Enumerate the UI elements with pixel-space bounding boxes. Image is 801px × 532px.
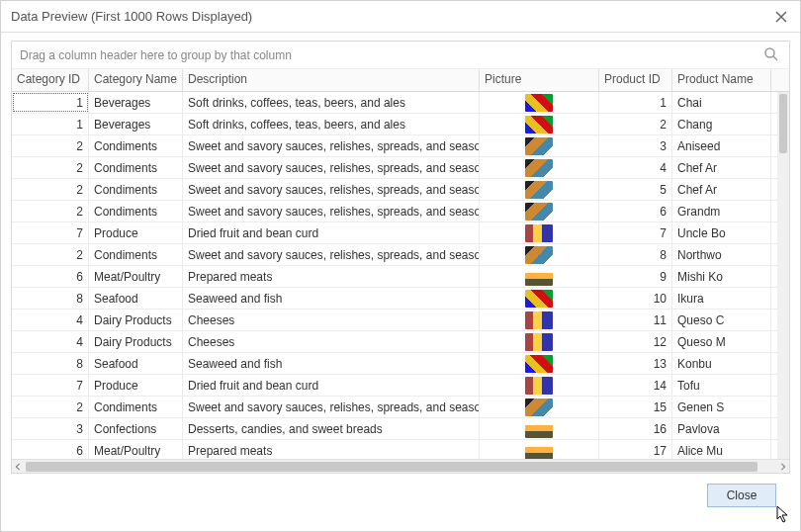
cell-product-name[interactable]: Northwo [672, 244, 771, 265]
cell-product-id[interactable]: 14 [599, 375, 672, 396]
cell-product-name[interactable]: Aniseed [672, 135, 771, 156]
cell-category-id[interactable]: 2 [12, 397, 89, 417]
cell-description[interactable]: Seaweed and fish [183, 353, 480, 374]
cell-category-id[interactable]: 4 [12, 331, 89, 352]
cell-product-id[interactable]: 11 [599, 310, 672, 330]
cell-category-id[interactable]: 2 [12, 135, 89, 156]
cell-category-id[interactable]: 8 [12, 353, 89, 374]
cell-product-id[interactable]: 16 [599, 418, 672, 439]
cell-product-name[interactable]: Tofu [672, 375, 771, 396]
cell-product-name[interactable]: Konbu [672, 353, 771, 374]
cell-category-id[interactable]: 7 [12, 222, 89, 243]
cell-picture[interactable] [480, 397, 599, 417]
cell-description[interactable]: Sweet and savory sauces, relishes, sprea… [183, 157, 480, 178]
cell-category-id[interactable]: 3 [12, 418, 89, 439]
cell-category-name[interactable]: Meat/Poultry [89, 440, 183, 459]
cell-category-name[interactable]: Condiments [89, 244, 183, 265]
cell-product-name[interactable]: Queso M [672, 331, 771, 352]
cell-category-name[interactable]: Seafood [89, 288, 183, 309]
horizontal-scrollbar-thumb[interactable] [26, 462, 757, 472]
search-icon[interactable] [763, 46, 781, 64]
cell-category-id[interactable]: 6 [12, 440, 89, 459]
vertical-scrollbar-thumb[interactable] [779, 94, 787, 153]
table-row[interactable]: 6Meat/PoultryPrepared meats9Mishi Ko [12, 266, 789, 288]
cell-picture[interactable] [480, 222, 599, 243]
cell-picture[interactable] [480, 135, 599, 156]
cell-description[interactable]: Prepared meats [183, 266, 480, 287]
cell-category-id[interactable]: 2 [12, 201, 89, 222]
cell-picture[interactable] [480, 310, 599, 330]
cell-product-id[interactable]: 8 [599, 244, 672, 265]
horizontal-scrollbar[interactable] [12, 459, 789, 473]
cell-description[interactable]: Sweet and savory sauces, relishes, sprea… [183, 244, 480, 265]
cell-category-name[interactable]: Beverages [89, 92, 183, 113]
scroll-left-icon[interactable] [12, 461, 24, 473]
cell-category-id[interactable]: 7 [12, 375, 89, 396]
table-row[interactable]: 2CondimentsSweet and savory sauces, reli… [12, 157, 789, 179]
table-row[interactable]: 6Meat/PoultryPrepared meats17Alice Mu [12, 440, 789, 459]
table-row[interactable]: 2CondimentsSweet and savory sauces, reli… [12, 201, 789, 222]
cell-picture[interactable] [480, 288, 599, 309]
table-row[interactable]: 2CondimentsSweet and savory sauces, reli… [12, 179, 789, 201]
cell-product-id[interactable]: 4 [599, 157, 672, 178]
cell-category-name[interactable]: Confections [89, 418, 183, 439]
cell-product-name[interactable]: Queso C [672, 310, 771, 330]
cell-product-id[interactable]: 17 [599, 440, 672, 459]
cell-description[interactable]: Sweet and savory sauces, relishes, sprea… [183, 201, 480, 222]
table-row[interactable]: 7ProduceDried fruit and bean curd7Uncle … [12, 222, 789, 244]
cell-product-id[interactable]: 12 [599, 331, 672, 352]
cell-description[interactable]: Soft drinks, coffees, teas, beers, and a… [183, 92, 480, 113]
cell-category-name[interactable]: Dairy Products [89, 310, 183, 330]
vertical-scrollbar[interactable] [777, 92, 789, 459]
cell-product-name[interactable]: Uncle Bo [672, 222, 771, 243]
cell-product-id[interactable]: 15 [599, 397, 672, 417]
scroll-right-icon[interactable] [777, 461, 789, 473]
cell-category-id[interactable]: 2 [12, 244, 89, 265]
column-header-picture[interactable]: Picture [480, 69, 599, 91]
cell-product-name[interactable]: Mishi Ko [672, 266, 771, 287]
column-header-product-name[interactable]: Product Name [672, 69, 771, 91]
cell-product-id[interactable]: 1 [599, 92, 672, 113]
table-row[interactable]: 4Dairy ProductsCheeses12Queso M [12, 331, 789, 353]
table-row[interactable]: 7ProduceDried fruit and bean curd14Tofu [12, 375, 789, 397]
table-row[interactable]: 2CondimentsSweet and savory sauces, reli… [12, 397, 789, 418]
cell-picture[interactable] [480, 244, 599, 265]
cell-picture[interactable] [480, 353, 599, 374]
table-row[interactable]: 2CondimentsSweet and savory sauces, reli… [12, 135, 789, 157]
table-row[interactable]: 1BeveragesSoft drinks, coffees, teas, be… [12, 92, 789, 114]
group-panel[interactable]: Drag a column header here to group by th… [12, 42, 789, 69]
column-header-category-name[interactable]: Category Name [89, 69, 183, 91]
cell-product-name[interactable]: Chai [672, 92, 771, 113]
cell-product-id[interactable]: 10 [599, 288, 672, 309]
cell-category-id[interactable]: 2 [12, 157, 89, 178]
cell-product-name[interactable]: Grandm [672, 201, 771, 222]
close-icon[interactable] [772, 8, 790, 26]
cell-category-name[interactable]: Condiments [89, 135, 183, 156]
cell-category-name[interactable]: Beverages [89, 114, 183, 134]
cell-product-id[interactable]: 2 [599, 114, 672, 134]
cell-picture[interactable] [480, 92, 599, 113]
cell-picture[interactable] [480, 440, 599, 459]
cell-category-id[interactable]: 4 [12, 310, 89, 330]
cell-category-id[interactable]: 1 [12, 92, 89, 113]
close-button[interactable]: Close [707, 484, 776, 507]
cell-description[interactable]: Sweet and savory sauces, relishes, sprea… [183, 397, 480, 417]
cell-picture[interactable] [480, 418, 599, 439]
cell-description[interactable]: Seaweed and fish [183, 288, 480, 309]
cell-category-name[interactable]: Dairy Products [89, 331, 183, 352]
cell-product-id[interactable]: 9 [599, 266, 672, 287]
cell-description[interactable]: Desserts, candies, and sweet breads [183, 418, 480, 439]
table-row[interactable]: 2CondimentsSweet and savory sauces, reli… [12, 244, 789, 266]
cell-description[interactable]: Soft drinks, coffees, teas, beers, and a… [183, 114, 480, 134]
cell-description[interactable]: Prepared meats [183, 440, 480, 459]
cell-product-name[interactable]: Genen S [672, 397, 771, 417]
cell-description[interactable]: Sweet and savory sauces, relishes, sprea… [183, 179, 480, 200]
table-row[interactable]: 8SeafoodSeaweed and fish10Ikura [12, 288, 789, 310]
table-row[interactable]: 4Dairy ProductsCheeses11Queso C [12, 310, 789, 331]
cell-description[interactable]: Dried fruit and bean curd [183, 222, 480, 243]
cell-category-name[interactable]: Condiments [89, 157, 183, 178]
cell-category-name[interactable]: Produce [89, 375, 183, 396]
cell-category-id[interactable]: 2 [12, 179, 89, 200]
column-header-product-id[interactable]: Product ID [599, 69, 672, 91]
cell-product-name[interactable]: Pavlova [672, 418, 771, 439]
